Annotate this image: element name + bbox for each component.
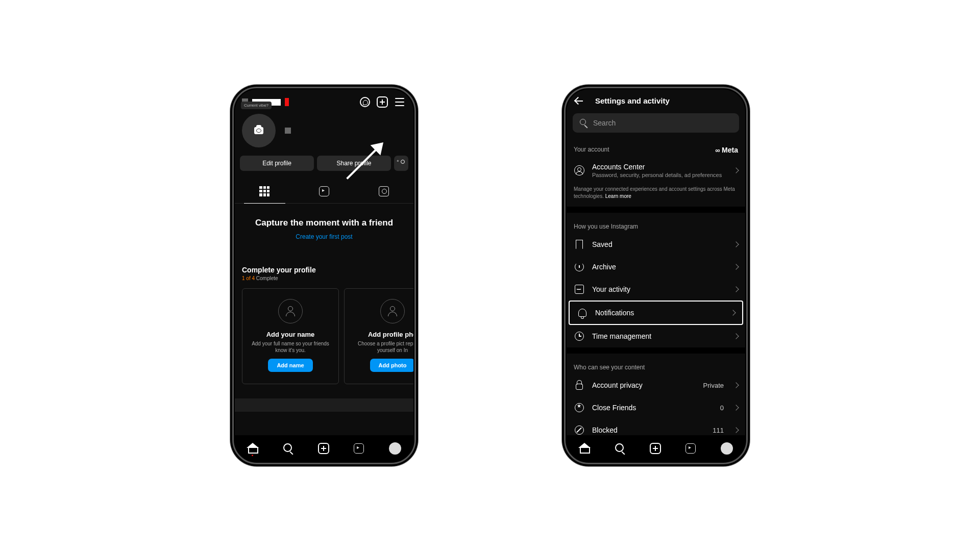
chevron-right-icon: [733, 241, 739, 247]
row-account-privacy[interactable]: Account privacyPrivate: [567, 374, 745, 396]
reels-icon: [319, 186, 329, 196]
person-icon: [387, 306, 398, 316]
bottom-nav: [567, 435, 745, 462]
chevron-right-icon: [733, 333, 739, 339]
separator-band: [235, 398, 413, 412]
bell-icon: [578, 309, 586, 317]
grid-icon: [259, 186, 270, 196]
vibe-tooltip: Current vibe?: [241, 102, 272, 109]
star-circle-icon: [575, 403, 584, 412]
story-row: Current vibe?: [235, 113, 413, 151]
add-person-icon: [398, 160, 405, 167]
redacted-square: [285, 128, 291, 134]
account-icon: [574, 165, 584, 176]
card-desc: Add your full name so your friends know …: [248, 340, 333, 354]
row-title: Accounts Center: [592, 163, 727, 171]
profile-setup-cards: Add your name Add your full name so your…: [235, 281, 413, 386]
camera-icon: [254, 127, 263, 134]
empty-state-title: Capture the moment with a friend: [235, 218, 413, 228]
card-title: Add your name: [266, 331, 315, 338]
nav-search-icon[interactable]: [283, 443, 293, 454]
nav-profile-avatar[interactable]: [721, 442, 733, 455]
activity-icon: [575, 285, 584, 294]
row-time-management[interactable]: Time management: [567, 325, 745, 347]
chevron-right-icon: [730, 310, 736, 315]
nav-search-icon[interactable]: [615, 443, 625, 454]
nav-home-icon[interactable]: [247, 443, 258, 454]
nav-reels-icon[interactable]: [685, 443, 696, 454]
nav-new-post-icon[interactable]: [650, 443, 661, 454]
nav-profile-avatar[interactable]: [389, 442, 401, 455]
chevron-right-icon: [733, 264, 739, 269]
edit-profile-button[interactable]: Edit profile: [240, 156, 314, 171]
block-icon: [575, 425, 584, 435]
tab-grid[interactable]: [235, 179, 295, 203]
threads-icon[interactable]: [358, 95, 372, 109]
hamburger-menu-icon[interactable]: [393, 95, 406, 109]
profile-header: [235, 89, 413, 113]
complete-profile-progress: 1 of 4 Complete: [242, 276, 406, 281]
chevron-right-icon: [733, 427, 739, 433]
settings-header: Settings and activity: [567, 89, 745, 110]
archive-icon: [575, 262, 584, 271]
chevron-right-icon: [733, 286, 739, 292]
card-title: Add profile pho: [368, 331, 413, 338]
clock-icon: [575, 332, 584, 341]
lock-icon: [576, 384, 583, 390]
nav-reels-icon[interactable]: [354, 443, 364, 454]
bookmark-icon: [576, 240, 583, 249]
tab-tagged[interactable]: [354, 179, 413, 203]
add-name-button[interactable]: Add name: [268, 359, 312, 372]
chevron-right-icon: [733, 167, 739, 173]
add-photo-button[interactable]: Add photo: [370, 359, 414, 372]
profile-tabs: [235, 179, 413, 204]
tab-reels[interactable]: [295, 179, 354, 203]
page-title: Settings and activity: [595, 96, 670, 105]
chevron-right-icon: [733, 405, 739, 410]
learn-more-link[interactable]: Learn more: [605, 193, 631, 199]
accounts-center-hint: Manage your connected experiences and ac…: [567, 184, 745, 207]
row-close-friends[interactable]: Close Friends0: [567, 396, 745, 419]
row-notifications[interactable]: Notifications: [570, 302, 742, 324]
back-icon[interactable]: [575, 97, 584, 105]
share-profile-button[interactable]: Share profile: [317, 156, 391, 171]
nav-home-icon[interactable]: [579, 443, 590, 454]
notify-badge: [285, 98, 289, 106]
section-who-can-see: Who can see your content: [567, 354, 745, 374]
row-your-activity[interactable]: Your activity: [567, 278, 745, 300]
row-archive[interactable]: Archive: [567, 256, 745, 278]
create-first-post-link[interactable]: Create your first post: [235, 233, 413, 240]
row-saved[interactable]: Saved: [567, 233, 745, 256]
discover-people-button[interactable]: [394, 156, 408, 171]
row-subtitle: Password, security, personal details, ad…: [592, 172, 727, 178]
bottom-nav: [235, 435, 413, 462]
search-icon: [580, 119, 588, 127]
person-icon: [285, 306, 296, 316]
nav-new-post-icon[interactable]: [318, 443, 329, 454]
new-post-icon[interactable]: [376, 95, 389, 109]
meta-logo: Meta: [715, 146, 738, 154]
row-accounts-center[interactable]: Accounts Center Password, security, pers…: [567, 157, 745, 184]
section-your-account: Your account Meta: [567, 136, 745, 157]
add-story-button[interactable]: Current vibe?: [242, 114, 276, 147]
search-placeholder: Search: [593, 119, 616, 127]
tagged-icon: [379, 186, 389, 196]
card-add-name: Add your name Add your full name so your…: [242, 288, 339, 384]
search-input[interactable]: Search: [573, 113, 739, 133]
section-how-you-use: How you use Instagram: [567, 213, 745, 233]
complete-profile-heading: Complete your profile: [242, 266, 406, 274]
card-add-photo: Add profile pho Choose a profile pict re…: [344, 288, 413, 384]
chevron-right-icon: [733, 382, 739, 388]
card-desc: Choose a profile pict represent yourself…: [350, 340, 413, 354]
